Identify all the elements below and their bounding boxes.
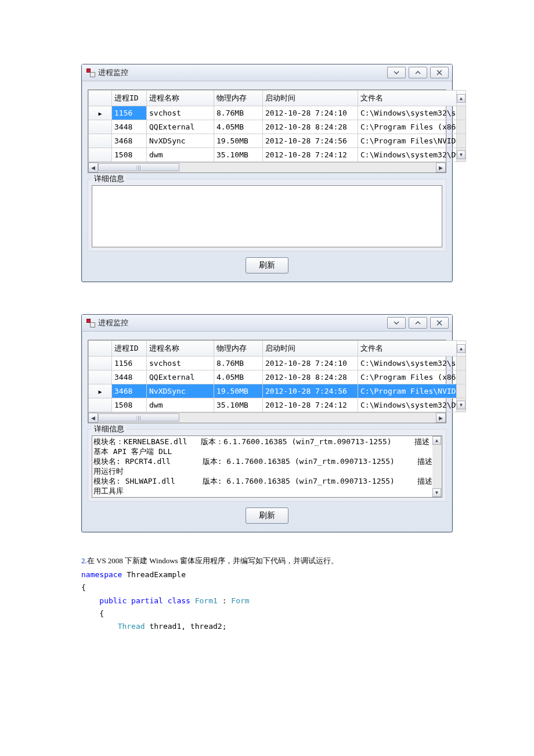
cell-pid[interactable]: 3468 (112, 384, 147, 398)
details-groupbox: 详细信息 (88, 179, 446, 251)
table-row[interactable]: 1156 svchost 8.76MB 2012-10-28 7:24:10 C… (89, 106, 466, 120)
corner-cell (89, 341, 112, 357)
corner-cell (89, 91, 112, 106)
cell-name[interactable]: NvXDSync (147, 384, 214, 398)
vscroll-down[interactable]: ▼ (457, 148, 466, 162)
titlebar[interactable]: 进程监控 (82, 315, 452, 332)
cell-time[interactable]: 2012-10-28 7:24:12 (263, 148, 358, 162)
cell-name[interactable]: svchost (147, 357, 214, 370)
details-vscroll[interactable]: ▲ ▼ (432, 436, 442, 497)
titlebar[interactable]: 进程监控 (82, 64, 452, 81)
cell-mem[interactable]: 19.50MB (214, 134, 263, 148)
col-header-time[interactable]: 启动时间 (263, 341, 358, 357)
vscroll-up[interactable]: ▲ (457, 91, 466, 106)
process-grid[interactable]: 进程ID 进程名称 物理内存 启动时间 文件名 ▲ 1156 svchost 8… (88, 340, 446, 423)
cell-mem[interactable]: 35.10MB (214, 148, 263, 162)
cell-mem[interactable]: 4.05MB (214, 120, 263, 134)
hscroll[interactable]: ◀ ▶ (88, 412, 446, 423)
col-header-time[interactable]: 启动时间 (263, 91, 358, 106)
process-grid[interactable]: 进程ID 进程名称 物理内存 启动时间 文件名 ▲ 1156 svchost (88, 89, 446, 173)
table-row[interactable]: 3468 NvXDSync 19.50MB 2012-10-28 7:24:56… (89, 134, 466, 148)
row-indicator-icon (89, 106, 112, 120)
col-header-pid[interactable]: 进程ID (112, 341, 147, 357)
details-legend: 详细信息 (92, 174, 127, 184)
refresh-button[interactable]: 刷新 (246, 257, 288, 273)
cell-pid[interactable]: 1508 (112, 148, 147, 162)
cell-file[interactable]: C:\Windows\system32\Dwm. (358, 148, 457, 162)
hscroll-left-button[interactable]: ◀ (88, 163, 98, 172)
cell-time[interactable]: 2012-10-28 8:24:28 (263, 120, 358, 134)
details-textarea[interactable]: 模块名：KERNELBASE.dll 版本：6.1.7600.16385 (wi… (92, 435, 442, 498)
cell-file[interactable]: C:\Windows\system32\Dwm. (358, 398, 457, 412)
maximize-button[interactable] (409, 67, 427, 78)
col-header-file[interactable]: 文件名 (358, 91, 457, 106)
details-scroll-down[interactable]: ▼ (432, 488, 441, 497)
cell-file[interactable]: C:\Windows\system32\svch (358, 357, 457, 370)
minimize-button[interactable] (387, 67, 406, 78)
app-icon (86, 319, 95, 327)
cell-time[interactable]: 2012-10-28 7:24:56 (263, 134, 358, 148)
refresh-button[interactable]: 刷新 (246, 507, 288, 524)
row-indicator-icon (89, 384, 112, 398)
details-legend: 详细信息 (92, 424, 127, 434)
cell-name[interactable]: svchost (147, 106, 214, 120)
cell-name[interactable]: QQExternal (147, 370, 214, 384)
cell-name[interactable]: QQExternal (147, 120, 214, 134)
cell-file[interactable]: C:\Program Files (x86)\T (358, 370, 457, 384)
cell-time[interactable]: 2012-10-28 8:24:28 (263, 370, 358, 384)
process-monitor-window-1: 进程监控 进程ID (81, 64, 453, 282)
minimize-button[interactable] (387, 317, 406, 329)
vscroll-track[interactable] (457, 106, 466, 120)
table-row[interactable]: 3468 NvXDSync 19.50MB 2012-10-28 7:24:56… (89, 384, 466, 398)
cell-time[interactable]: 2012-10-28 7:24:12 (263, 398, 358, 412)
cell-time[interactable]: 2012-10-28 7:24:10 (263, 106, 358, 120)
table-row[interactable]: 3448 QQExternal 4.05MB 2012-10-28 8:24:2… (89, 120, 466, 134)
hscroll[interactable]: ◀ ▶ (88, 162, 446, 172)
col-header-mem[interactable]: 物理内存 (214, 341, 263, 357)
cell-pid[interactable]: 1156 (112, 106, 147, 120)
cell-mem[interactable]: 35.10MB (214, 398, 263, 412)
cell-mem[interactable]: 8.76MB (214, 357, 263, 370)
cell-mem[interactable]: 19.50MB (214, 384, 263, 398)
cell-mem[interactable]: 4.05MB (214, 370, 263, 384)
table-row[interactable]: 1508 dwm 35.10MB 2012-10-28 7:24:12 C:\W… (89, 398, 466, 412)
cell-pid[interactable]: 3448 (112, 120, 147, 134)
cell-pid[interactable]: 3448 (112, 370, 147, 384)
close-button[interactable] (430, 67, 449, 78)
details-groupbox: 详细信息 模块名：KERNELBASE.dll 版本：6.1.7600.1638… (88, 429, 446, 502)
vscroll-down[interactable]: ▼ (457, 398, 466, 412)
details-scroll-up[interactable]: ▲ (432, 436, 441, 445)
vscroll-up[interactable]: ▲ (457, 341, 466, 357)
process-monitor-window-2: 进程监控 进程ID 进程名称 (81, 314, 453, 532)
cell-file[interactable]: C:\Windows\system32\svch (358, 106, 457, 120)
col-header-name[interactable]: 进程名称 (147, 91, 214, 106)
cell-mem[interactable]: 8.76MB (214, 106, 263, 120)
hscroll-right-button[interactable]: ▶ (436, 413, 446, 423)
col-header-file[interactable]: 文件名 (358, 341, 457, 357)
cell-file[interactable]: C:\Program Files\NVIDIA (358, 384, 457, 398)
table-row[interactable]: 1156 svchost 8.76MB 2012-10-28 7:24:10 C… (89, 357, 466, 370)
table-row[interactable]: 1508 dwm 35.10MB 2012-10-28 7:24:12 C:\W… (89, 148, 466, 162)
cell-file[interactable]: C:\Program Files (x86)\T (358, 120, 457, 134)
cell-pid[interactable]: 1508 (112, 398, 147, 412)
cell-time[interactable]: 2012-10-28 7:24:10 (263, 357, 358, 370)
hscroll-left-button[interactable]: ◀ (88, 413, 98, 423)
details-textarea[interactable] (92, 185, 442, 247)
window-title: 进程监控 (98, 318, 128, 328)
cell-time[interactable]: 2012-10-28 7:24:56 (263, 384, 358, 398)
cell-name[interactable]: NvXDSync (147, 134, 214, 148)
col-header-name[interactable]: 进程名称 (147, 341, 214, 357)
table-row[interactable]: 3448 QQExternal 4.05MB 2012-10-28 8:24:2… (89, 370, 466, 384)
col-header-mem[interactable]: 物理内存 (214, 91, 263, 106)
cell-file[interactable]: C:\Program Files\NVIDIA (358, 134, 457, 148)
cell-name[interactable]: dwm (147, 398, 214, 412)
caption: 2.在 VS 2008 下新建 Windows 窗体应用程序，并编写如下代码，并… (81, 554, 453, 567)
code-block: namespace ThreadExample { public partial… (81, 568, 453, 632)
close-button[interactable] (430, 317, 449, 329)
col-header-pid[interactable]: 进程ID (112, 91, 147, 106)
cell-pid[interactable]: 3468 (112, 134, 147, 148)
cell-pid[interactable]: 1156 (112, 357, 147, 370)
cell-name[interactable]: dwm (147, 148, 214, 162)
hscroll-right-button[interactable]: ▶ (436, 163, 446, 172)
maximize-button[interactable] (409, 317, 427, 329)
